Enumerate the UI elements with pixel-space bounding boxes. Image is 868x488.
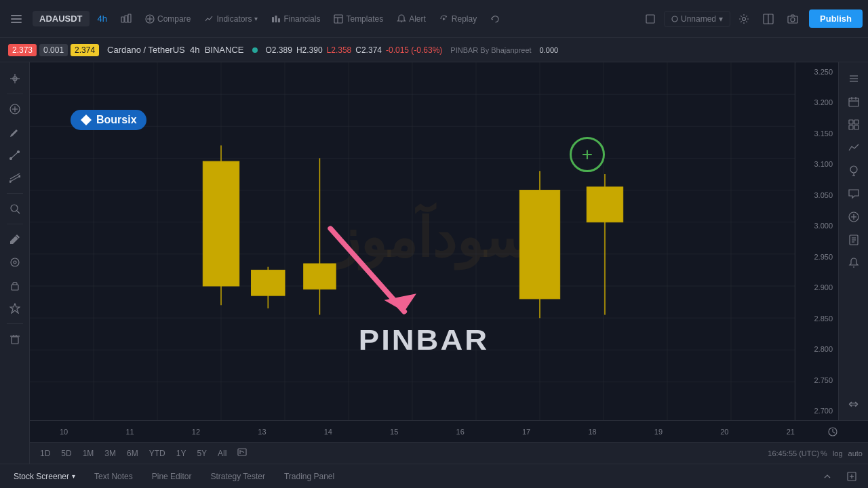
price-tick: 2.850 bbox=[798, 314, 835, 323]
period-3m[interactable]: 3M bbox=[100, 447, 121, 460]
live-dot bbox=[252, 47, 258, 53]
pencil-tool[interactable] bbox=[4, 228, 26, 250]
period-1m[interactable]: 1M bbox=[78, 447, 99, 460]
period-5d[interactable]: 5D bbox=[56, 447, 76, 460]
search-tool[interactable] bbox=[4, 198, 26, 220]
unnamed-label: Unnamed bbox=[681, 14, 716, 24]
ruler-tool[interactable] bbox=[4, 251, 26, 273]
rt-add[interactable] bbox=[843, 206, 865, 228]
trading-panel-label: Trading Panel bbox=[284, 472, 334, 481]
tab-text-notes[interactable]: Text Notes bbox=[86, 469, 141, 484]
price-tick: 2.750 bbox=[798, 376, 835, 384]
time-label-10: 10 bbox=[60, 428, 68, 436]
time-label-18: 18 bbox=[588, 428, 596, 436]
toolbar-divider3 bbox=[7, 224, 23, 224]
pen-tool[interactable] bbox=[4, 121, 26, 143]
svg-rect-85 bbox=[587, 187, 623, 222]
svg-rect-12 bbox=[334, 15, 342, 23]
symbol-info: Cardano / TetherUS 4h BINANCE bbox=[107, 45, 243, 55]
change-val: -0.015 (-0.63%) bbox=[386, 45, 442, 55]
fullscreen-button[interactable] bbox=[639, 8, 661, 30]
symbol-badge[interactable]: ADAUSDT bbox=[33, 11, 90, 26]
alert-button[interactable]: Alert bbox=[391, 12, 431, 26]
svg-rect-76 bbox=[252, 270, 285, 296]
price-tick: 3.200 bbox=[798, 98, 835, 106]
publish-button[interactable]: Publish bbox=[809, 9, 863, 28]
expand-icon[interactable] bbox=[841, 466, 863, 487]
period-6m[interactable]: 6M bbox=[122, 447, 143, 460]
unnamed-button[interactable]: Unnamed ▾ bbox=[664, 11, 730, 27]
price-tags: 2.373 0.001 2.374 bbox=[8, 44, 99, 56]
replay-button[interactable]: Replay bbox=[434, 12, 482, 26]
tab-strategy-tester[interactable]: Strategy Tester bbox=[202, 469, 273, 484]
rt-ideas[interactable] bbox=[843, 160, 865, 182]
indicators-chevron: ▾ bbox=[254, 15, 258, 22]
rt-chat[interactable] bbox=[843, 183, 865, 205]
svg-rect-97 bbox=[854, 120, 859, 124]
bar-replay-button[interactable] bbox=[233, 445, 252, 461]
svg-rect-73 bbox=[203, 161, 239, 286]
svg-rect-92 bbox=[849, 98, 859, 106]
indicators-button[interactable]: Indicators ▾ bbox=[199, 12, 263, 26]
chart-area[interactable]: Boursix سودآموز + bbox=[30, 62, 795, 420]
svg-rect-3 bbox=[121, 17, 124, 22]
rt-grid[interactable] bbox=[843, 114, 865, 136]
percent-label[interactable]: % bbox=[821, 449, 827, 458]
svg-line-38 bbox=[17, 211, 20, 214]
timeframe-button[interactable]: 4h bbox=[92, 11, 113, 26]
lock-tool[interactable] bbox=[4, 274, 26, 296]
collapse-icon[interactable] bbox=[816, 466, 838, 487]
period-1y[interactable]: 1Y bbox=[172, 447, 191, 460]
auto-label[interactable]: auto bbox=[848, 449, 863, 458]
svg-rect-96 bbox=[849, 120, 853, 124]
tag-close: 2.373 bbox=[8, 44, 37, 56]
settings-button[interactable] bbox=[733, 8, 755, 30]
crosshair-tool[interactable] bbox=[4, 68, 26, 89]
period-5y[interactable]: 5Y bbox=[192, 447, 212, 460]
chart-type-button[interactable] bbox=[115, 11, 137, 27]
financials-button[interactable]: Financials bbox=[266, 12, 326, 26]
toolbar-divider bbox=[7, 94, 23, 94]
time-label-20: 20 bbox=[720, 428, 728, 436]
rt-watchlist[interactable] bbox=[843, 68, 865, 89]
svg-rect-5 bbox=[128, 14, 131, 22]
time-axis-settings-icon[interactable] bbox=[827, 426, 838, 437]
compare-button[interactable]: Compare bbox=[140, 12, 196, 26]
period-ytd[interactable]: YTD bbox=[144, 447, 170, 460]
time-label-15: 15 bbox=[390, 428, 398, 436]
svg-rect-114 bbox=[238, 449, 246, 455]
tab-pine-editor[interactable]: Pine Editor bbox=[144, 469, 200, 484]
svg-line-30 bbox=[11, 152, 18, 159]
rt-alert[interactable] bbox=[843, 252, 865, 274]
rt-scroll-arrows[interactable]: ⇔ bbox=[843, 393, 865, 415]
plus-tool[interactable] bbox=[4, 98, 26, 120]
period-all[interactable]: All bbox=[213, 447, 231, 460]
delete-tool[interactable] bbox=[4, 328, 26, 350]
svg-rect-79 bbox=[304, 264, 336, 289]
rt-calendar[interactable] bbox=[843, 91, 865, 113]
svg-rect-9 bbox=[272, 17, 274, 22]
tab-trading-panel[interactable]: Trading Panel bbox=[276, 469, 342, 484]
channel-tool[interactable] bbox=[4, 167, 26, 189]
bb-icons bbox=[816, 466, 863, 487]
green-circle-plus-icon: + bbox=[582, 145, 593, 164]
tab-stock-screener[interactable]: Stock Screener ▾ bbox=[5, 469, 83, 484]
menu-button[interactable] bbox=[5, 8, 27, 30]
svg-rect-99 bbox=[854, 125, 859, 129]
log-label[interactable]: log bbox=[833, 449, 843, 458]
templates-button[interactable]: Templates bbox=[328, 12, 389, 26]
star-tool[interactable] bbox=[4, 298, 26, 319]
top-bar: ADAUSDT 4h Compare Indicators ▾ Financia… bbox=[0, 0, 868, 38]
trend-tool[interactable] bbox=[4, 144, 26, 166]
period-1d[interactable]: 1D bbox=[35, 447, 55, 460]
tag-price: 2.374 bbox=[71, 44, 99, 56]
undo-button[interactable] bbox=[485, 12, 505, 26]
layout-button[interactable] bbox=[757, 8, 779, 30]
svg-rect-42 bbox=[12, 285, 18, 290]
camera-button[interactable] bbox=[782, 8, 804, 30]
rt-news[interactable] bbox=[843, 229, 865, 251]
rt-compare[interactable] bbox=[843, 137, 865, 159]
green-circle-button[interactable]: + bbox=[570, 137, 605, 172]
price-tick: 3.000 bbox=[798, 222, 835, 230]
price-tick: 3.100 bbox=[798, 160, 835, 168]
